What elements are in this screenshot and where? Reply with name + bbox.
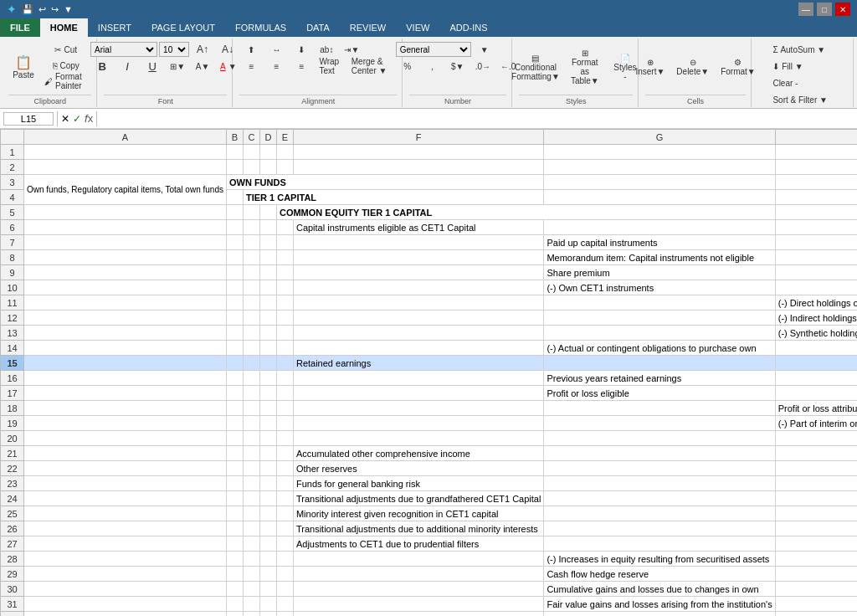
wrap-text-button[interactable]: Wrap Text: [315, 59, 345, 74]
cell-21-f[interactable]: Accumulated other comprehensive income: [293, 446, 543, 461]
cell-22-g[interactable]: [544, 461, 775, 476]
cell-11-e[interactable]: [276, 295, 293, 311]
tab-file[interactable]: FILE: [0, 18, 40, 37]
cell-16-d[interactable]: [259, 371, 276, 386]
cell-25-h[interactable]: [775, 506, 857, 521]
cell-7-g[interactable]: Paid up capital instruments: [544, 235, 775, 250]
cell-23-a[interactable]: [24, 476, 227, 491]
cell-17-a[interactable]: [24, 386, 227, 401]
cell-21-e[interactable]: [276, 446, 293, 461]
cell-30-g[interactable]: Cumulative gains and losses due to chang…: [544, 582, 775, 597]
cell-8-a[interactable]: [24, 250, 227, 265]
cell-9-h[interactable]: [775, 265, 857, 280]
underline-button[interactable]: U: [141, 59, 164, 74]
indent-button[interactable]: ⇥▼: [340, 42, 363, 57]
cell-2-col-3[interactable]: [259, 160, 276, 175]
insert-function-icon[interactable]: fx: [85, 112, 93, 125]
cell-1-0[interactable]: [24, 145, 227, 160]
tab-view[interactable]: VIEW: [396, 18, 439, 37]
cell-25-d[interactable]: [259, 506, 276, 521]
cell-29-a[interactable]: [24, 567, 227, 582]
cell-27-c[interactable]: [243, 536, 259, 552]
cell-15-c[interactable]: [243, 356, 259, 371]
cell-27-d[interactable]: [259, 536, 276, 552]
cell-32-d[interactable]: [259, 612, 276, 617]
cell-14-h[interactable]: [775, 341, 857, 356]
cell-28-e[interactable]: [276, 552, 293, 567]
cell-28-h[interactable]: [775, 552, 857, 567]
cell-1-3[interactable]: [259, 145, 276, 160]
cell-25-c[interactable]: [243, 506, 259, 521]
bold-button[interactable]: B: [90, 59, 114, 74]
border-button[interactable]: ⊞▼: [166, 59, 189, 74]
cell-13-h[interactable]: (-) Synthetic holdings of CET1 instrumen…: [775, 326, 857, 341]
cell-11-g[interactable]: [544, 295, 775, 311]
cell-29-g[interactable]: Cash flow hedge reserve: [544, 567, 775, 582]
cell-8-g[interactable]: Memorandum item: Capital instruments not…: [544, 250, 775, 265]
align-top-button[interactable]: ⬆: [239, 42, 263, 57]
cell-18-c[interactable]: [243, 401, 259, 416]
cell-6-c[interactable]: [243, 220, 259, 235]
cell-29-d[interactable]: [259, 567, 276, 582]
align-center-button[interactable]: ≡: [264, 59, 288, 74]
align-middle-button[interactable]: ↔: [264, 42, 288, 57]
tab-insert[interactable]: INSERT: [88, 18, 141, 37]
col-header-g1[interactable]: F: [293, 130, 543, 145]
cell-11-b[interactable]: [226, 295, 243, 311]
cell-22-c[interactable]: [243, 461, 259, 476]
cell-22-d[interactable]: [259, 461, 276, 476]
cell-1-4[interactable]: [276, 145, 293, 160]
cell-17-h[interactable]: [775, 386, 857, 401]
cell-6-f[interactable]: Capital instruments eligible as CET1 Cap…: [293, 220, 543, 235]
cell-15-d[interactable]: [259, 356, 276, 371]
cell-1-1[interactable]: [226, 145, 243, 160]
delete-cell-button[interactable]: ⊖ Delete▼: [672, 42, 713, 92]
col-header-e[interactable]: D: [259, 130, 276, 145]
cut-button[interactable]: ✂Cut: [40, 42, 91, 57]
cell-22-a[interactable]: [24, 461, 227, 476]
cell-26-h[interactable]: [775, 521, 857, 536]
number-format-dropdown[interactable]: ▼: [473, 42, 496, 57]
cell-32-e[interactable]: [276, 612, 293, 617]
cell-15-b[interactable]: [226, 356, 243, 371]
cell-7-h[interactable]: [775, 235, 857, 250]
cell-13-e[interactable]: [276, 326, 293, 341]
cell-14-e[interactable]: [276, 341, 293, 356]
cell-27-b[interactable]: [226, 536, 243, 552]
cell-9-f[interactable]: [293, 265, 543, 280]
cell-21-d[interactable]: [259, 446, 276, 461]
cell-20-a[interactable]: [24, 431, 227, 446]
cell-27-a[interactable]: [24, 536, 227, 552]
cell-5-e[interactable]: COMMON EQUITY TIER 1 CAPITAL: [276, 205, 775, 220]
cell-2-col-1[interactable]: [226, 160, 243, 175]
cell-32-g[interactable]: (-) Value adjustments due to the require…: [544, 612, 775, 617]
copy-button[interactable]: ⎘Copy: [40, 58, 91, 73]
cell-31-f[interactable]: [293, 597, 543, 612]
cell-19-c[interactable]: [243, 416, 259, 431]
col-header-g[interactable]: G: [544, 130, 775, 145]
format-as-table-button[interactable]: ⊞ Format asTable▼: [564, 42, 605, 92]
autosum-button[interactable]: Σ AutoSum ▼: [768, 42, 829, 57]
cell-10-b[interactable]: [226, 280, 243, 295]
cell-14-b[interactable]: [226, 341, 243, 356]
tab-home[interactable]: HOME: [40, 18, 88, 37]
increase-font-button[interactable]: A↑: [191, 43, 214, 56]
cell-16-e[interactable]: [276, 371, 293, 386]
cell-17-c[interactable]: [243, 386, 259, 401]
cell-31-g[interactable]: Fair value gains and losses arising from…: [544, 597, 775, 612]
cell-6-a[interactable]: [24, 220, 227, 235]
cell-15-f[interactable]: Retained earnings: [293, 356, 543, 371]
cell-9-b[interactable]: [226, 265, 243, 280]
cell-13-b[interactable]: [226, 326, 243, 341]
minimize-button[interactable]: —: [798, 3, 813, 16]
cell-30-b[interactable]: [226, 582, 243, 597]
cell-29-f[interactable]: [293, 567, 543, 582]
cell-1-5[interactable]: [293, 145, 543, 160]
cell-13-c[interactable]: [243, 326, 259, 341]
tab-addins[interactable]: ADD-INS: [439, 18, 497, 37]
cell-30-c[interactable]: [243, 582, 259, 597]
col-header-c[interactable]: B: [226, 130, 243, 145]
cell-30-d[interactable]: [259, 582, 276, 597]
cell-6-d[interactable]: [259, 220, 276, 235]
cell-9-e[interactable]: [276, 265, 293, 280]
